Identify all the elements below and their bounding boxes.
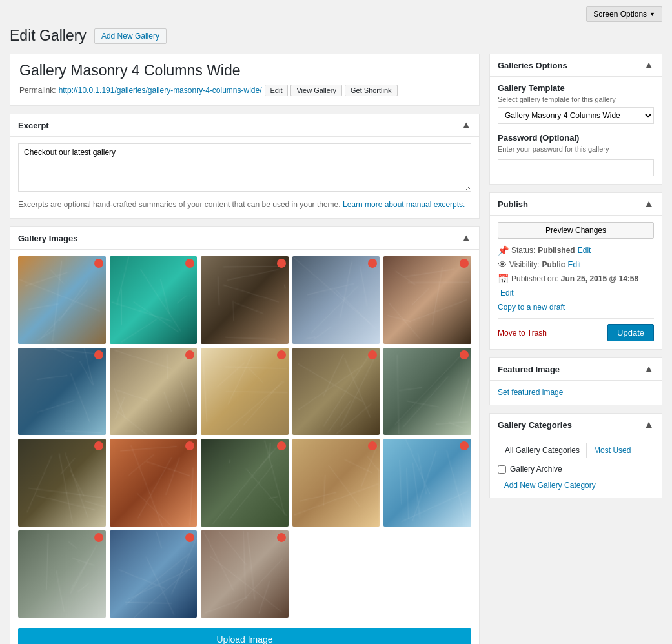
excerpt-textarea[interactable]: Checkout our latest gallery (18, 143, 471, 192)
screen-options-button[interactable]: Screen Options ▼ (586, 6, 662, 22)
gallery-image-item[interactable] (110, 256, 198, 344)
galleries-options-body: Gallery Template Select gallery template… (490, 77, 662, 184)
visibility-edit-link[interactable]: Edit (567, 260, 581, 269)
gallery-image-thumbnail (201, 439, 289, 527)
remove-image-dot[interactable] (277, 533, 286, 542)
gallery-categories-collapse-icon[interactable]: ▲ (644, 419, 654, 430)
permalink-edit-button[interactable]: Edit (265, 85, 289, 96)
gallery-image-thumbnail (18, 348, 106, 436)
publish-header: Publish ▲ (490, 193, 662, 216)
remove-image-dot[interactable] (460, 350, 469, 359)
excerpt-metabox-header: Excerpt ▲ (10, 114, 479, 137)
publish-date-row: 📅 Published on: Jun 25, 2015 @ 14:58 (498, 274, 654, 284)
password-section: Password (Optional) Enter your password … (498, 133, 654, 176)
gallery-image-item[interactable] (292, 256, 380, 344)
category-tabs: All Gallery Categories Most Used (498, 443, 654, 458)
gallery-images-title: Gallery Images (18, 234, 78, 243)
gallery-image-item[interactable] (18, 439, 106, 527)
gallery-image-thumbnail (383, 439, 471, 527)
category-label-gallery-archive: Gallery Archive (510, 465, 562, 474)
password-input[interactable] (498, 159, 654, 176)
permalink-link[interactable]: http://10.0.1.191/galleries/gallery-maso… (59, 86, 262, 95)
featured-image-collapse-icon[interactable]: ▲ (644, 363, 654, 375)
title-box: Permalink: http://10.0.1.191/galleries/g… (10, 54, 480, 106)
gallery-image-item[interactable] (292, 348, 380, 436)
category-checkbox-gallery-archive[interactable] (498, 465, 506, 474)
galleries-options-collapse-icon[interactable]: ▲ (644, 59, 654, 71)
remove-image-dot[interactable] (94, 533, 103, 542)
gallery-image-item[interactable] (383, 348, 471, 436)
remove-image-dot[interactable] (368, 350, 377, 359)
excerpt-title: Excerpt (18, 121, 49, 130)
gallery-image-item[interactable] (110, 348, 198, 436)
tab-most-used[interactable]: Most Used (587, 443, 638, 458)
gallery-image-item[interactable] (18, 530, 106, 618)
gallery-image-item[interactable] (18, 256, 106, 344)
gallery-template-select[interactable]: Gallery Masonry 4 Columns Wide Gallery G… (498, 107, 654, 124)
remove-image-dot[interactable] (185, 533, 194, 542)
gallery-image-thumbnail (383, 348, 471, 436)
gallery-image-item[interactable] (110, 439, 198, 527)
gallery-image-thumbnail (110, 256, 198, 344)
excerpt-learn-more-link[interactable]: Learn more about manual excerpts. (343, 200, 465, 209)
excerpt-note: Excerpts are optional hand-crafted summa… (18, 199, 471, 210)
gallery-image-item[interactable] (201, 439, 289, 527)
status-edit-link[interactable]: Edit (578, 246, 591, 255)
screen-options-arrow: ▼ (649, 11, 655, 17)
preview-changes-button[interactable]: Preview Changes (498, 222, 654, 239)
publish-box: Publish ▲ Preview Changes 📌 Status: Publ… (489, 192, 662, 350)
remove-image-dot[interactable] (277, 259, 286, 268)
gallery-images-collapse-icon[interactable]: ▲ (461, 232, 471, 244)
copy-to-draft-link[interactable]: Copy to a new draft (498, 303, 654, 312)
gallery-image-item[interactable] (383, 439, 471, 527)
view-gallery-button[interactable]: View Gallery (290, 85, 342, 96)
gallery-template-label: Gallery Template (498, 83, 654, 93)
tab-all-categories[interactable]: All Gallery Categories (498, 443, 587, 458)
published-label: Published on: (511, 274, 558, 283)
gallery-image-item[interactable] (201, 256, 289, 344)
get-shortlink-button[interactable]: Get Shortlink (345, 85, 398, 96)
remove-image-dot[interactable] (277, 350, 286, 359)
gallery-image-item[interactable] (110, 530, 198, 618)
gallery-image-thumbnail (201, 530, 289, 618)
permalink-row: Permalink: http://10.0.1.191/galleries/g… (19, 85, 470, 96)
visibility-value: Public (542, 260, 565, 269)
gallery-image-item[interactable] (201, 348, 289, 436)
set-featured-image-link[interactable]: Set featured image (498, 388, 563, 397)
gallery-categories-body: All Gallery Categories Most Used Gallery… (490, 436, 662, 498)
remove-image-dot[interactable] (94, 350, 103, 359)
move-to-trash-link[interactable]: Move to Trash (498, 328, 547, 337)
featured-image-box: Featured Image ▲ Set featured image (489, 357, 662, 405)
remove-image-dot[interactable] (94, 259, 103, 268)
main-layout: Permalink: http://10.0.1.191/galleries/g… (10, 54, 662, 644)
remove-image-dot[interactable] (460, 259, 469, 268)
gallery-title-input[interactable] (19, 62, 470, 79)
gallery-images-metabox: Gallery Images ▲ Upload Image (10, 226, 480, 644)
galleries-options-title: Galleries Options (498, 61, 567, 70)
gallery-image-thumbnail (110, 439, 198, 527)
add-new-category-link[interactable]: + Add New Gallery Category (498, 481, 596, 490)
gallery-image-item[interactable] (383, 256, 471, 344)
gallery-categories-title: Gallery Categories (498, 420, 572, 430)
published-value: Jun 25, 2015 @ 14:58 (561, 274, 638, 283)
remove-image-dot[interactable] (277, 441, 286, 450)
gallery-template-hint: Select gallery template for this gallery (498, 96, 654, 103)
gallery-image-item[interactable] (201, 530, 289, 618)
remove-image-dot[interactable] (94, 441, 103, 450)
add-new-gallery-button[interactable]: Add New Gallery (94, 28, 167, 44)
gallery-image-item[interactable] (292, 439, 380, 527)
featured-image-body: Set featured image (490, 381, 662, 405)
galleries-options-header: Galleries Options ▲ (490, 54, 662, 77)
galleries-options-box: Galleries Options ▲ Gallery Template Sel… (489, 54, 662, 185)
update-button[interactable]: Update (607, 324, 654, 341)
gallery-image-thumbnail (292, 439, 380, 527)
published-edit-link[interactable]: Edit (500, 288, 514, 297)
gallery-image-item[interactable] (18, 348, 106, 436)
gallery-image-thumbnail (110, 348, 198, 436)
excerpt-collapse-icon[interactable]: ▲ (461, 119, 471, 131)
remove-image-dot[interactable] (185, 350, 194, 359)
publish-collapse-icon[interactable]: ▲ (644, 198, 654, 210)
upload-image-button[interactable]: Upload Image (18, 628, 471, 644)
gallery-image-thumbnail (18, 256, 106, 344)
featured-image-title: Featured Image (498, 365, 560, 374)
